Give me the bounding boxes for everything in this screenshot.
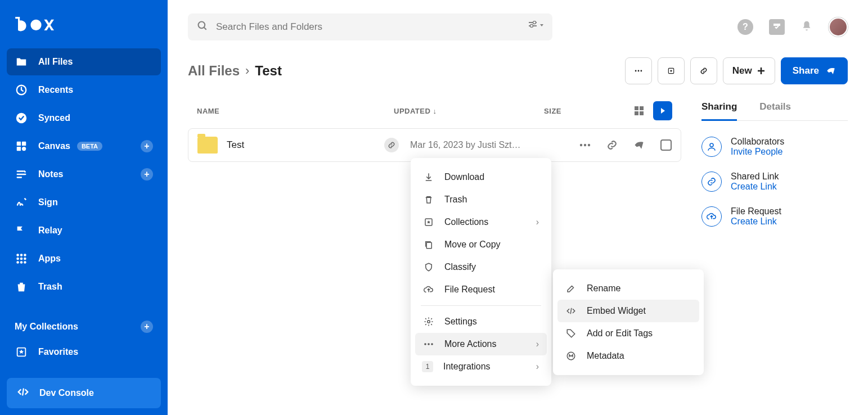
row-link-icon[interactable] [606, 139, 618, 151]
sidebar-item-notes[interactable]: Notes + [7, 161, 161, 188]
sidebar-item-trash[interactable]: Trash [7, 273, 161, 300]
menu-label: File Request [444, 285, 495, 295]
more-menu-button[interactable] [625, 57, 652, 84]
create-file-request-link[interactable]: Create Link [731, 216, 781, 227]
sidebar-item-label: Apps [38, 254, 61, 264]
svg-point-36 [424, 343, 426, 345]
sidebar-item-synced[interactable]: Synced [7, 105, 161, 132]
menu-label: Metadata [587, 351, 624, 361]
tab-details[interactable]: Details [759, 99, 791, 120]
more-actions-submenu: Rename Embed Widget Add or Edit Tags Met… [553, 269, 704, 375]
column-updated-label: UPDATED [394, 107, 430, 115]
invite-people-link[interactable]: Invite People [731, 147, 784, 157]
menu-download[interactable]: Download [415, 166, 547, 188]
menu-more-actions[interactable]: More Actions › [415, 333, 547, 355]
new-button[interactable]: New [723, 57, 775, 84]
notifications-icon[interactable] [800, 20, 813, 34]
sidebar-item-label: Trash [38, 282, 62, 292]
menu-move-copy[interactable]: Move or Copy [415, 233, 547, 256]
add-icon[interactable]: + [141, 168, 153, 181]
box-logo[interactable] [0, 7, 168, 48]
menu-collections[interactable]: Collections › [415, 211, 547, 233]
share-button[interactable]: Share [781, 57, 848, 84]
create-shared-link[interactable]: Create Link [731, 182, 779, 192]
sidebar: All Files Recents Synced Canvas BETA + N… [0, 0, 168, 415]
menu-label: Rename [587, 283, 620, 294]
svg-point-21 [635, 70, 636, 72]
sidebar-item-all-files[interactable]: All Files [7, 48, 161, 75]
search-input[interactable] [216, 21, 521, 33]
tab-sharing[interactable]: Sharing [701, 99, 737, 121]
svg-point-30 [584, 144, 586, 146]
collections-label: My Collections [15, 322, 78, 332]
help-icon[interactable]: ? [737, 19, 753, 35]
add-icon[interactable]: + [141, 140, 153, 152]
sidebar-item-relay[interactable]: Relay [7, 217, 161, 244]
menu-classify[interactable]: Classify [415, 256, 547, 278]
search-filter-icon[interactable] [529, 21, 543, 33]
submenu-add-tags[interactable]: Add or Edit Tags [557, 322, 699, 345]
menu-settings[interactable]: Settings [415, 310, 547, 333]
grid-view-toggle[interactable] [629, 101, 649, 120]
table-row[interactable]: Test Mar 16, 2023 by Justi Szt… [188, 128, 681, 162]
row-more-icon[interactable] [579, 143, 591, 147]
detail-collaborators: Collaborators Invite People [701, 137, 848, 157]
copy-icon [423, 239, 434, 250]
sidebar-item-label: Favorites [38, 347, 78, 357]
submenu-embed-widget[interactable]: Embed Widget [557, 300, 699, 322]
topbar-right: ? [737, 17, 848, 37]
sidebar-item-label: Relay [38, 225, 62, 236]
svg-point-31 [588, 144, 590, 146]
svg-rect-26 [640, 106, 644, 110]
submenu-metadata[interactable]: Metadata [557, 345, 699, 367]
add-collection-icon[interactable]: + [141, 321, 153, 333]
detail-title: Collaborators [731, 137, 784, 147]
svg-point-37 [428, 343, 430, 345]
menu-label: Move or Copy [444, 240, 501, 250]
list-view-toggle[interactable] [653, 101, 672, 120]
user-icon [701, 137, 722, 157]
link-button[interactable] [690, 57, 717, 84]
row-checkbox[interactable] [660, 139, 672, 151]
svg-point-38 [431, 343, 433, 345]
row-share-icon[interactable] [633, 139, 645, 151]
sidebar-item-sign[interactable]: Sign [7, 189, 161, 216]
detail-title: File Request [731, 206, 781, 216]
user-avatar[interactable] [829, 17, 848, 37]
detail-file-request: File Request Create Link [701, 206, 848, 227]
code-icon [17, 386, 29, 400]
star-icon [15, 345, 28, 359]
tasks-icon[interactable] [769, 19, 785, 35]
search-icon [197, 20, 208, 34]
collection-button[interactable] [658, 57, 685, 84]
search-box[interactable] [188, 13, 552, 40]
sidebar-item-recents[interactable]: Recents [7, 76, 161, 103]
column-updated[interactable]: UPDATED ↓ [394, 107, 539, 115]
column-size[interactable]: SIZE [539, 107, 561, 115]
menu-label: Trash [444, 195, 467, 205]
relay-icon [15, 224, 28, 237]
svg-point-16 [199, 22, 205, 29]
menu-trash[interactable]: Trash [415, 188, 547, 211]
sidebar-item-label: Recents [38, 85, 73, 95]
more-icon [423, 339, 434, 350]
row-name[interactable]: Test [227, 139, 384, 151]
menu-label: Download [444, 172, 484, 182]
menu-label: Add or Edit Tags [587, 328, 653, 339]
svg-rect-3 [22, 142, 26, 146]
details-panel: Sharing Details Collaborators Invite Peo… [701, 99, 848, 227]
menu-file-request[interactable]: File Request [415, 278, 547, 301]
submenu-rename[interactable]: Rename [557, 277, 699, 300]
my-collections-header: My Collections + [7, 316, 161, 337]
dev-console-button[interactable]: Dev Console [7, 378, 161, 408]
menu-integrations[interactable]: 1 Integrations › [415, 355, 547, 378]
column-name[interactable]: NAME [197, 107, 394, 115]
menu-label: Classify [444, 262, 476, 272]
sidebar-item-favorites[interactable]: Favorites [7, 339, 161, 366]
menu-label: Settings [444, 317, 477, 327]
sidebar-item-canvas[interactable]: Canvas BETA + [7, 133, 161, 160]
sidebar-item-apps[interactable]: Apps [7, 245, 161, 272]
sidebar-nav: All Files Recents Synced Canvas BETA + N… [0, 48, 168, 366]
breadcrumb-root[interactable]: All Files [188, 63, 240, 79]
chevron-right-icon: › [536, 217, 539, 227]
